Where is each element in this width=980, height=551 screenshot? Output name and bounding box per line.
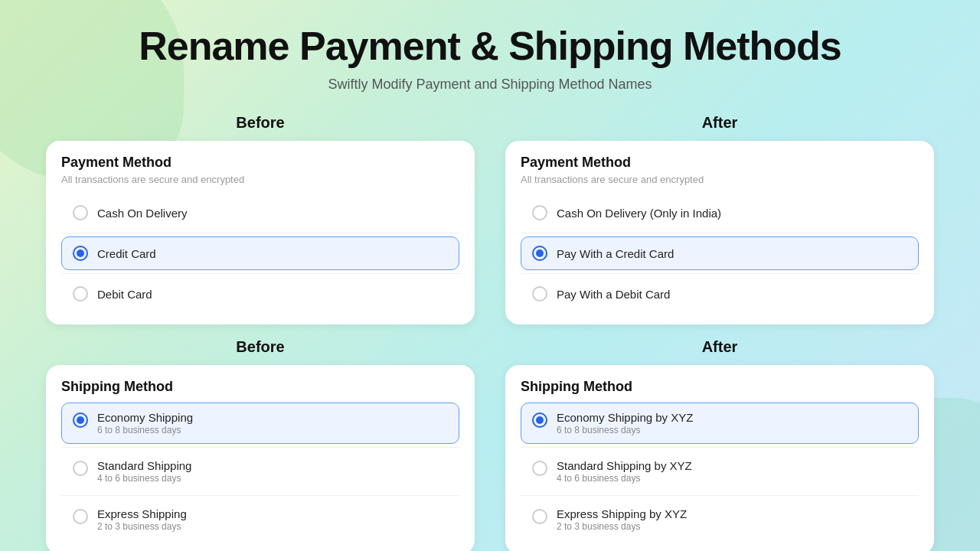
option-label: Pay With a Debit Card bbox=[557, 288, 670, 301]
shipping-before-section: Before Shipping Method Economy Shipping … bbox=[46, 338, 475, 551]
shipping-after-card: Shipping Method Economy Shipping by XYZ … bbox=[505, 365, 934, 551]
payment-before-option-1[interactable]: Cash On Delivery bbox=[61, 196, 459, 230]
shipping-row: Before Shipping Method Economy Shipping … bbox=[46, 338, 934, 551]
page-subtitle: Swiftly Modify Payment and Shipping Meth… bbox=[328, 77, 652, 93]
radio-checked bbox=[532, 246, 547, 261]
shipping-after-option-3[interactable]: Express Shipping by XYZ 2 to 3 business … bbox=[521, 499, 919, 540]
payment-before-option-2[interactable]: Credit Card bbox=[61, 236, 459, 270]
option-label: Cash On Delivery bbox=[97, 207, 188, 220]
radio-checked bbox=[532, 412, 547, 428]
divider bbox=[521, 447, 919, 448]
shipping-before-option-2[interactable]: Standard Shipping 4 to 6 business days bbox=[61, 451, 459, 492]
payment-after-option-2[interactable]: Pay With a Credit Card bbox=[521, 236, 919, 270]
page-title: Rename Payment & Shipping Methods bbox=[139, 23, 841, 69]
radio-unchecked bbox=[532, 286, 547, 302]
page-container: Rename Payment & Shipping Methods Swiftl… bbox=[0, 0, 980, 551]
option-label: Express Shipping by XYZ bbox=[557, 507, 687, 520]
radio-unchecked bbox=[532, 461, 547, 476]
divider bbox=[61, 495, 459, 496]
radio-checked bbox=[73, 412, 88, 428]
option-sub: 6 to 8 business days bbox=[557, 425, 693, 435]
shipping-before-option-1[interactable]: Economy Shipping 6 to 8 business days bbox=[61, 403, 459, 444]
shipping-after-option-2[interactable]: Standard Shipping by XYZ 4 to 6 business… bbox=[521, 451, 919, 492]
shipping-text: Economy Shipping 6 to 8 business days bbox=[97, 411, 193, 435]
radio-unchecked bbox=[73, 461, 88, 476]
option-label: Cash On Delivery (Only in India) bbox=[557, 207, 721, 220]
shipping-text: Standard Shipping 4 to 6 business days bbox=[97, 459, 191, 484]
option-label: Economy Shipping by XYZ bbox=[557, 411, 693, 424]
option-label: Express Shipping bbox=[97, 507, 187, 520]
divider bbox=[521, 233, 919, 233]
divider bbox=[521, 273, 919, 274]
shipping-text: Standard Shipping by XYZ 4 to 6 business… bbox=[557, 459, 692, 484]
option-sub: 4 to 6 business days bbox=[97, 473, 191, 484]
before-label-shipping: Before bbox=[236, 338, 284, 356]
option-label: Credit Card bbox=[97, 247, 156, 260]
payment-before-subtitle: All transactions are secure and encrypte… bbox=[61, 174, 459, 185]
divider bbox=[61, 447, 459, 448]
shipping-after-option-1[interactable]: Economy Shipping by XYZ 6 to 8 business … bbox=[521, 403, 919, 444]
shipping-text: Express Shipping 2 to 3 business days bbox=[97, 507, 187, 532]
option-label: Pay With a Credit Card bbox=[557, 247, 674, 260]
after-label-payment: After bbox=[702, 114, 738, 132]
option-sub: 4 to 6 business days bbox=[557, 473, 692, 484]
payment-after-section: After Payment Method All transactions ar… bbox=[505, 114, 934, 324]
radio-unchecked bbox=[532, 205, 547, 220]
option-label: Standard Shipping by XYZ bbox=[557, 459, 692, 472]
shipping-before-option-3[interactable]: Express Shipping 2 to 3 business days bbox=[61, 499, 459, 540]
shipping-before-card: Shipping Method Economy Shipping 6 to 8 … bbox=[46, 365, 475, 551]
payment-after-subtitle: All transactions are secure and encrypte… bbox=[521, 174, 919, 185]
payment-before-title: Payment Method bbox=[61, 155, 459, 171]
option-label: Economy Shipping bbox=[97, 411, 193, 424]
shipping-after-section: After Shipping Method Economy Shipping b… bbox=[505, 338, 934, 551]
option-sub: 6 to 8 business days bbox=[97, 425, 193, 435]
payment-after-option-1[interactable]: Cash On Delivery (Only in India) bbox=[521, 196, 919, 230]
radio-unchecked bbox=[73, 286, 88, 302]
option-sub: 2 to 3 business days bbox=[557, 521, 687, 532]
option-label: Debit Card bbox=[97, 288, 152, 301]
radio-unchecked bbox=[532, 509, 547, 524]
payment-before-option-3[interactable]: Debit Card bbox=[61, 277, 459, 311]
option-label: Standard Shipping bbox=[97, 459, 191, 472]
divider bbox=[521, 495, 919, 496]
shipping-after-title: Shipping Method bbox=[521, 379, 919, 395]
divider bbox=[61, 233, 459, 233]
radio-unchecked bbox=[73, 509, 88, 524]
after-label-shipping: After bbox=[702, 338, 738, 356]
radio-unchecked bbox=[73, 205, 88, 220]
shipping-text: Express Shipping by XYZ 2 to 3 business … bbox=[557, 507, 687, 532]
divider bbox=[61, 273, 459, 274]
option-sub: 2 to 3 business days bbox=[97, 521, 187, 532]
payment-after-title: Payment Method bbox=[521, 155, 919, 171]
payment-before-section: Before Payment Method All transactions a… bbox=[46, 114, 475, 324]
shipping-before-title: Shipping Method bbox=[61, 379, 459, 395]
payment-row: Before Payment Method All transactions a… bbox=[46, 114, 934, 324]
shipping-text: Economy Shipping by XYZ 6 to 8 business … bbox=[557, 411, 693, 435]
before-label-payment: Before bbox=[236, 114, 284, 132]
payment-after-card: Payment Method All transactions are secu… bbox=[505, 141, 934, 324]
payment-before-card: Payment Method All transactions are secu… bbox=[46, 141, 475, 324]
payment-after-option-3[interactable]: Pay With a Debit Card bbox=[521, 277, 919, 311]
radio-checked bbox=[73, 246, 88, 261]
